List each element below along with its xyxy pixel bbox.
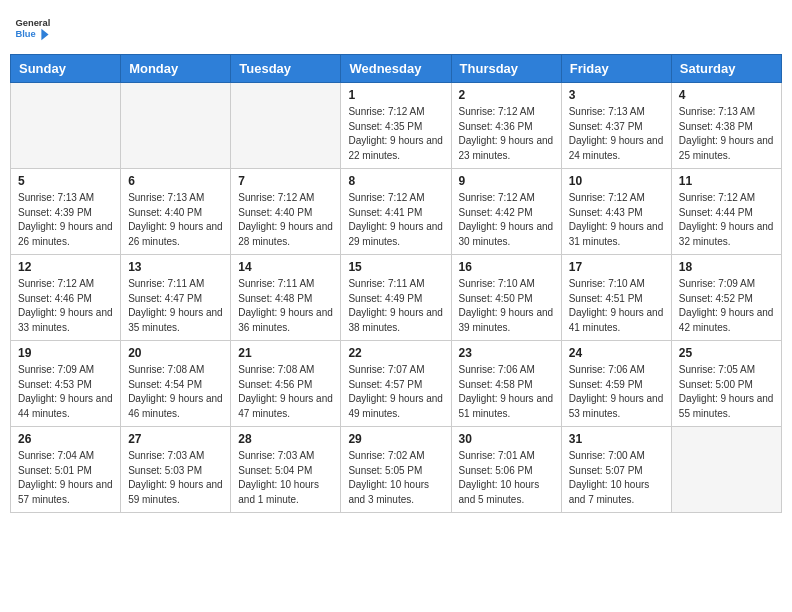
day-number: 26 [18,432,113,446]
day-cell [121,83,231,169]
day-number: 7 [238,174,333,188]
day-number: 16 [459,260,554,274]
day-cell: 16Sunrise: 7:10 AM Sunset: 4:50 PM Dayli… [451,255,561,341]
svg-text:Blue: Blue [15,29,35,39]
day-cell [11,83,121,169]
logo-icon: GeneralBlue [14,10,50,46]
day-cell: 21Sunrise: 7:08 AM Sunset: 4:56 PM Dayli… [231,341,341,427]
day-info: Sunrise: 7:13 AM Sunset: 4:39 PM Dayligh… [18,191,113,249]
day-number: 1 [348,88,443,102]
day-cell: 1Sunrise: 7:12 AM Sunset: 4:35 PM Daylig… [341,83,451,169]
weekday-header-monday: Monday [121,55,231,83]
weekday-header-friday: Friday [561,55,671,83]
day-info: Sunrise: 7:05 AM Sunset: 5:00 PM Dayligh… [679,363,774,421]
day-number: 18 [679,260,774,274]
day-number: 21 [238,346,333,360]
day-info: Sunrise: 7:06 AM Sunset: 4:58 PM Dayligh… [459,363,554,421]
day-info: Sunrise: 7:00 AM Sunset: 5:07 PM Dayligh… [569,449,664,507]
day-cell: 2Sunrise: 7:12 AM Sunset: 4:36 PM Daylig… [451,83,561,169]
day-cell: 25Sunrise: 7:05 AM Sunset: 5:00 PM Dayli… [671,341,781,427]
day-cell: 14Sunrise: 7:11 AM Sunset: 4:48 PM Dayli… [231,255,341,341]
day-number: 27 [128,432,223,446]
week-row-5: 26Sunrise: 7:04 AM Sunset: 5:01 PM Dayli… [11,427,782,513]
day-cell: 15Sunrise: 7:11 AM Sunset: 4:49 PM Dayli… [341,255,451,341]
day-number: 15 [348,260,443,274]
day-number: 5 [18,174,113,188]
day-info: Sunrise: 7:08 AM Sunset: 4:56 PM Dayligh… [238,363,333,421]
day-cell: 18Sunrise: 7:09 AM Sunset: 4:52 PM Dayli… [671,255,781,341]
day-info: Sunrise: 7:11 AM Sunset: 4:48 PM Dayligh… [238,277,333,335]
weekday-header-saturday: Saturday [671,55,781,83]
day-info: Sunrise: 7:02 AM Sunset: 5:05 PM Dayligh… [348,449,443,507]
day-cell: 9Sunrise: 7:12 AM Sunset: 4:42 PM Daylig… [451,169,561,255]
day-number: 2 [459,88,554,102]
day-cell: 6Sunrise: 7:13 AM Sunset: 4:40 PM Daylig… [121,169,231,255]
day-number: 19 [18,346,113,360]
weekday-header-thursday: Thursday [451,55,561,83]
day-cell: 19Sunrise: 7:09 AM Sunset: 4:53 PM Dayli… [11,341,121,427]
day-info: Sunrise: 7:13 AM Sunset: 4:38 PM Dayligh… [679,105,774,163]
day-cell: 30Sunrise: 7:01 AM Sunset: 5:06 PM Dayli… [451,427,561,513]
day-info: Sunrise: 7:12 AM Sunset: 4:44 PM Dayligh… [679,191,774,249]
day-info: Sunrise: 7:12 AM Sunset: 4:40 PM Dayligh… [238,191,333,249]
day-info: Sunrise: 7:12 AM Sunset: 4:46 PM Dayligh… [18,277,113,335]
day-number: 24 [569,346,664,360]
day-info: Sunrise: 7:07 AM Sunset: 4:57 PM Dayligh… [348,363,443,421]
day-number: 4 [679,88,774,102]
day-info: Sunrise: 7:09 AM Sunset: 4:52 PM Dayligh… [679,277,774,335]
calendar-table: SundayMondayTuesdayWednesdayThursdayFrid… [10,54,782,513]
week-row-1: 1Sunrise: 7:12 AM Sunset: 4:35 PM Daylig… [11,83,782,169]
day-cell: 23Sunrise: 7:06 AM Sunset: 4:58 PM Dayli… [451,341,561,427]
day-number: 30 [459,432,554,446]
day-number: 6 [128,174,223,188]
day-cell: 12Sunrise: 7:12 AM Sunset: 4:46 PM Dayli… [11,255,121,341]
day-cell: 24Sunrise: 7:06 AM Sunset: 4:59 PM Dayli… [561,341,671,427]
page-header: GeneralBlue [10,10,782,46]
day-info: Sunrise: 7:11 AM Sunset: 4:49 PM Dayligh… [348,277,443,335]
day-cell [671,427,781,513]
day-number: 14 [238,260,333,274]
weekday-header-tuesday: Tuesday [231,55,341,83]
day-info: Sunrise: 7:11 AM Sunset: 4:47 PM Dayligh… [128,277,223,335]
day-info: Sunrise: 7:08 AM Sunset: 4:54 PM Dayligh… [128,363,223,421]
day-number: 12 [18,260,113,274]
day-cell: 29Sunrise: 7:02 AM Sunset: 5:05 PM Dayli… [341,427,451,513]
day-info: Sunrise: 7:09 AM Sunset: 4:53 PM Dayligh… [18,363,113,421]
svg-marker-2 [41,29,48,41]
day-number: 3 [569,88,664,102]
day-cell: 26Sunrise: 7:04 AM Sunset: 5:01 PM Dayli… [11,427,121,513]
weekday-header-sunday: Sunday [11,55,121,83]
day-cell: 17Sunrise: 7:10 AM Sunset: 4:51 PM Dayli… [561,255,671,341]
day-number: 29 [348,432,443,446]
day-info: Sunrise: 7:06 AM Sunset: 4:59 PM Dayligh… [569,363,664,421]
weekday-header-row: SundayMondayTuesdayWednesdayThursdayFrid… [11,55,782,83]
day-info: Sunrise: 7:13 AM Sunset: 4:37 PM Dayligh… [569,105,664,163]
svg-text:General: General [15,18,50,28]
day-info: Sunrise: 7:12 AM Sunset: 4:41 PM Dayligh… [348,191,443,249]
day-number: 9 [459,174,554,188]
day-number: 10 [569,174,664,188]
logo: GeneralBlue [14,10,50,46]
day-cell: 11Sunrise: 7:12 AM Sunset: 4:44 PM Dayli… [671,169,781,255]
day-info: Sunrise: 7:03 AM Sunset: 5:04 PM Dayligh… [238,449,333,507]
day-info: Sunrise: 7:12 AM Sunset: 4:43 PM Dayligh… [569,191,664,249]
day-cell: 28Sunrise: 7:03 AM Sunset: 5:04 PM Dayli… [231,427,341,513]
day-info: Sunrise: 7:03 AM Sunset: 5:03 PM Dayligh… [128,449,223,507]
day-info: Sunrise: 7:10 AM Sunset: 4:50 PM Dayligh… [459,277,554,335]
day-info: Sunrise: 7:01 AM Sunset: 5:06 PM Dayligh… [459,449,554,507]
day-cell: 13Sunrise: 7:11 AM Sunset: 4:47 PM Dayli… [121,255,231,341]
day-number: 25 [679,346,774,360]
day-cell: 22Sunrise: 7:07 AM Sunset: 4:57 PM Dayli… [341,341,451,427]
day-number: 22 [348,346,443,360]
day-cell: 5Sunrise: 7:13 AM Sunset: 4:39 PM Daylig… [11,169,121,255]
day-number: 13 [128,260,223,274]
day-cell: 10Sunrise: 7:12 AM Sunset: 4:43 PM Dayli… [561,169,671,255]
day-number: 31 [569,432,664,446]
week-row-3: 12Sunrise: 7:12 AM Sunset: 4:46 PM Dayli… [11,255,782,341]
day-info: Sunrise: 7:04 AM Sunset: 5:01 PM Dayligh… [18,449,113,507]
day-info: Sunrise: 7:12 AM Sunset: 4:36 PM Dayligh… [459,105,554,163]
day-cell: 8Sunrise: 7:12 AM Sunset: 4:41 PM Daylig… [341,169,451,255]
day-number: 8 [348,174,443,188]
weekday-header-wednesday: Wednesday [341,55,451,83]
day-info: Sunrise: 7:12 AM Sunset: 4:42 PM Dayligh… [459,191,554,249]
